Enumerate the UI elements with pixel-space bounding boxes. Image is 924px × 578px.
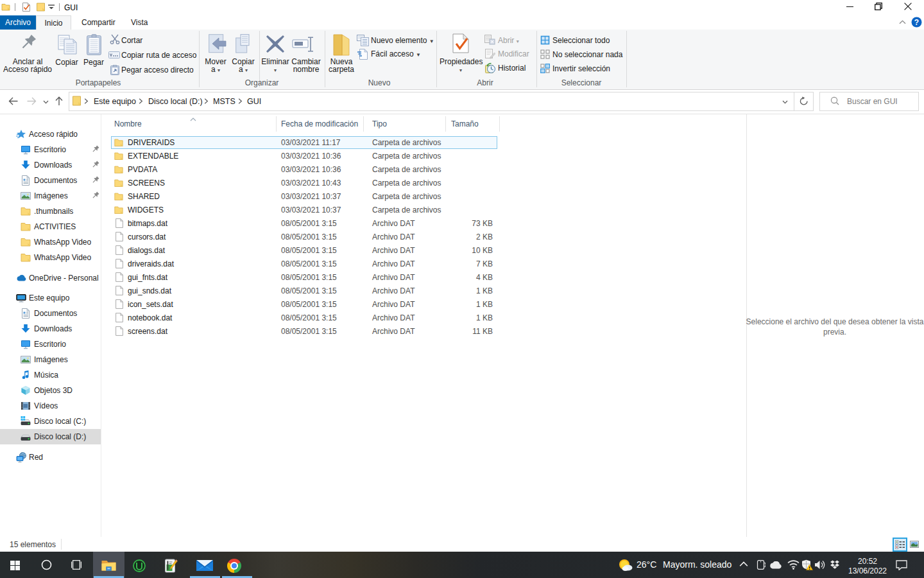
svg-text:?: ? — [914, 18, 919, 27]
